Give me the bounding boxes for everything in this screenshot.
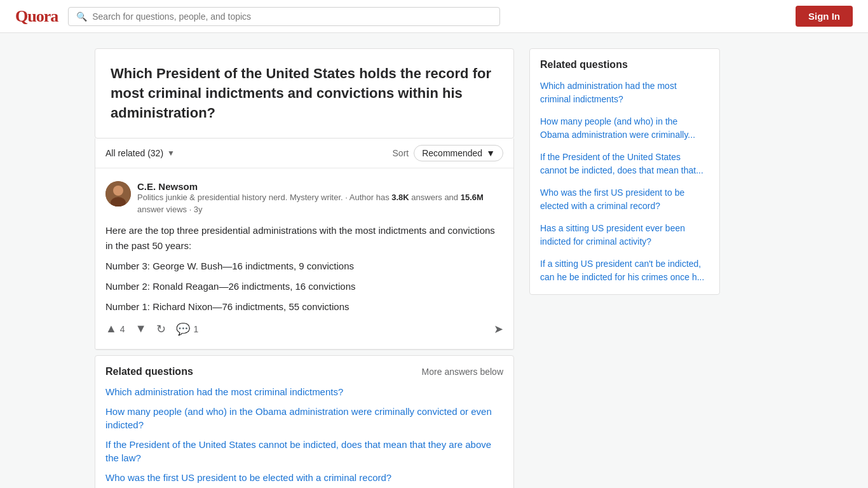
answer-number1: Number 1: Richard Nixon—76 indictments, …: [105, 299, 503, 315]
author-name[interactable]: C.E. Newsom: [137, 181, 503, 192]
related-inline-link-1[interactable]: Which administration had the most crimin…: [105, 385, 503, 398]
sign-in-button[interactable]: Sign In: [796, 6, 853, 27]
header: Quora 🔍 Sign In: [0, 0, 868, 33]
sidebar-title: Related questions: [540, 59, 709, 71]
all-related-toggle[interactable]: All related (32) ▼: [105, 148, 175, 158]
bio-text-3: answer views · 3y: [137, 205, 203, 214]
svg-point-1: [113, 186, 123, 196]
share-icon: ➤: [494, 322, 503, 336]
related-inline-link-4[interactable]: Who was the first US president to be ele…: [105, 471, 503, 484]
action-bar: ▲ 4 ▼ ↻ 💬 1 ➤: [105, 322, 503, 336]
comment-count: 1: [193, 324, 198, 334]
sort-label: Sort: [393, 148, 409, 158]
sidebar-box: Related questions Which administration h…: [529, 48, 720, 295]
page-container: Which President of the United States hol…: [85, 33, 783, 488]
bio-views-count: 15.6M: [461, 193, 484, 202]
author-row: C.E. Newsom Politics junkie & presidenti…: [105, 181, 503, 215]
answers-section: All related (32) ▼ Sort Recommended ▼: [95, 139, 514, 349]
answers-toolbar: All related (32) ▼ Sort Recommended ▼: [95, 139, 513, 168]
chevron-down-icon: ▼: [167, 149, 175, 158]
bio-text-2: answers and: [409, 193, 461, 202]
upvote-count: 4: [120, 324, 125, 334]
avatar-image: [105, 181, 131, 207]
answer-number3: Number 3: George W. Bush—16 indictments,…: [105, 259, 503, 274]
avatar-svg: [105, 181, 131, 207]
answer-intro: Here are the top three presidential admi…: [105, 223, 503, 254]
comment-button[interactable]: 💬 1: [176, 322, 198, 336]
search-input[interactable]: [92, 11, 492, 22]
more-answers-label: More answers below: [422, 367, 503, 377]
search-icon: 🔍: [76, 11, 87, 22]
share-rotate-button[interactable]: ↻: [156, 322, 166, 336]
bio-text-1: Politics junkie & presidential history n…: [137, 193, 391, 202]
question-box: Which President of the United States hol…: [95, 48, 514, 139]
downvote-icon: ▼: [135, 322, 147, 336]
bio-answers-count: 3.8K: [391, 193, 409, 202]
sort-dropdown[interactable]: Recommended ▼: [414, 145, 503, 161]
upvote-icon: ▲: [105, 322, 117, 336]
author-bio: Politics junkie & presidential history n…: [137, 192, 503, 215]
question-title: Which President of the United States hol…: [111, 64, 498, 123]
upvote-button[interactable]: ▲ 4: [105, 322, 125, 336]
all-related-label: All related (32): [105, 148, 163, 158]
sidebar-link-2[interactable]: How many people (and who) in the Obama a…: [540, 115, 709, 142]
comment-icon: 💬: [176, 322, 190, 336]
share-rotate-icon: ↻: [156, 322, 166, 336]
related-inline-title: Related questions: [105, 366, 193, 377]
main-content: Which President of the United States hol…: [95, 48, 514, 488]
author-info: C.E. Newsom Politics junkie & presidenti…: [137, 181, 503, 215]
sidebar-link-6[interactable]: If a sitting US president can't be indic…: [540, 257, 709, 284]
sidebar-link-3[interactable]: If the President of the United States ca…: [540, 151, 709, 177]
related-inline-header: Related questions More answers below: [105, 366, 503, 377]
answer-number2: Number 2: Ronald Reagan—26 indictments, …: [105, 279, 503, 294]
sidebar-link-1[interactable]: Which administration had the most crimin…: [540, 79, 709, 106]
avatar: [105, 181, 131, 207]
share-button[interactable]: ➤: [494, 322, 503, 336]
search-bar[interactable]: 🔍: [68, 7, 500, 26]
answer-card: C.E. Newsom Politics junkie & presidenti…: [95, 168, 513, 349]
sort-value: Recommended: [422, 148, 482, 158]
related-inline-link-2[interactable]: How many people (and who) in the Obama a…: [105, 405, 503, 431]
logo[interactable]: Quora: [15, 7, 58, 26]
downvote-button[interactable]: ▼: [135, 322, 147, 336]
header-right: Sign In: [796, 6, 853, 27]
sort-chevron-icon: ▼: [486, 148, 495, 158]
related-inline-box: Related questions More answers below Whi…: [95, 355, 514, 488]
sidebar-link-5[interactable]: Has a sitting US president ever been ind…: [540, 222, 709, 248]
sidebar: Related questions Which administration h…: [529, 48, 720, 488]
related-inline-link-3[interactable]: If the President of the United States ca…: [105, 438, 503, 464]
sidebar-link-4[interactable]: Who was the first US president to be ele…: [540, 186, 709, 213]
answer-text: Here are the top three presidential admi…: [105, 223, 503, 315]
